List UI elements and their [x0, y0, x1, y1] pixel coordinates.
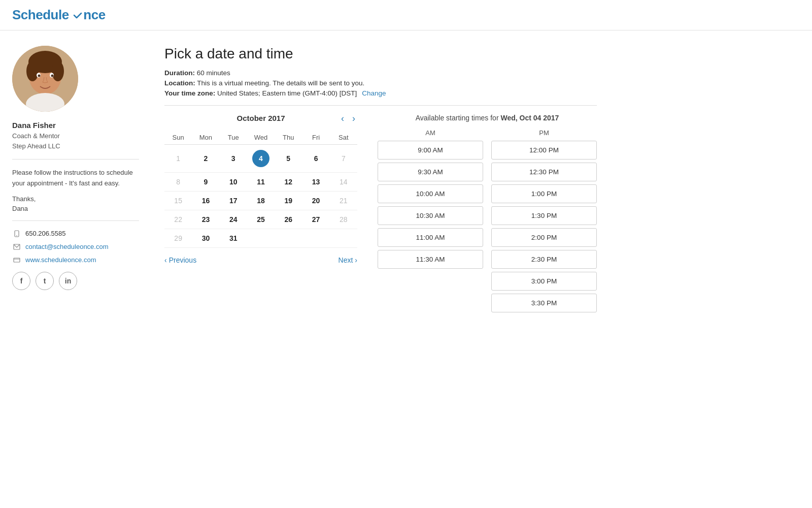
calendar-day[interactable]: 3: [220, 145, 247, 173]
calendar-day: 14: [330, 173, 357, 192]
calendar-day[interactable]: 13: [302, 173, 329, 192]
am-time-slot[interactable]: 11:00 AM: [378, 228, 483, 247]
website-contact: www.scheduleonce.com: [12, 256, 139, 265]
duration-row: Duration: 60 minutes: [164, 69, 597, 77]
calendar-day[interactable]: 9: [192, 173, 219, 192]
twitter-button[interactable]: t: [36, 272, 54, 290]
am-time-slot[interactable]: 10:30 AM: [378, 206, 483, 225]
pm-time-slot[interactable]: 1:30 PM: [491, 206, 597, 225]
calendar-day[interactable]: 30: [192, 229, 219, 248]
calendar-day: 7: [330, 145, 357, 173]
content-divider: [164, 105, 597, 106]
pm-time-slot[interactable]: 3:30 PM: [491, 294, 597, 312]
calendar-navigation: ‹ ›: [339, 114, 357, 123]
pm-slots-list: 12:00 PM12:30 PM1:00 PM1:30 PM2:00 PM2:3…: [491, 141, 597, 312]
sidebar: Dana Fisher Coach & Mentor Step Ahead LL…: [12, 46, 154, 315]
calendar-day[interactable]: 27: [302, 210, 329, 229]
svg-point-9: [38, 75, 41, 77]
facebook-button[interactable]: f: [12, 272, 30, 290]
user-name: Dana Fisher: [12, 121, 139, 130]
calendar-day[interactable]: 18: [247, 192, 275, 210]
pm-time-slot[interactable]: 2:00 PM: [491, 228, 597, 247]
calendar-day[interactable]: 17: [220, 192, 247, 210]
social-icons: f t in: [12, 272, 139, 290]
calendar-day-header: Wed: [247, 131, 275, 145]
calendar-day[interactable]: 25: [247, 210, 275, 229]
calendar-day[interactable]: 26: [275, 210, 302, 229]
logo-checkmark-icon: [72, 10, 83, 21]
calendar-day-header: Thu: [275, 131, 302, 145]
svg-rect-14: [14, 258, 20, 262]
calendar-day[interactable]: 24: [220, 210, 247, 229]
pm-time-slot[interactable]: 3:00 PM: [491, 272, 597, 291]
avatar: [12, 46, 78, 112]
calendar-day[interactable]: 5: [275, 145, 302, 173]
phone-contact: 650.206.5585: [12, 229, 139, 238]
chevron-right-icon: ›: [355, 256, 357, 264]
email-icon: [12, 242, 21, 251]
calendar-day[interactable]: 20: [302, 192, 329, 210]
phone-number: 650.206.5585: [25, 230, 66, 237]
calendar-day[interactable]: 16: [192, 192, 219, 210]
main-content: Pick a date and time Duration: 60 minute…: [154, 46, 597, 315]
calendar-day: [302, 229, 329, 248]
calendar-day: 28: [330, 210, 357, 229]
pm-time-slot[interactable]: 12:00 PM: [491, 141, 597, 160]
next-month-link[interactable]: Next ›: [339, 256, 357, 264]
calendar-day[interactable]: 19: [275, 192, 302, 210]
calendar-day[interactable]: 12: [275, 173, 302, 192]
calendar: October 2017 ‹ › SunMonTueWedThuFriSat 1…: [164, 114, 357, 264]
calendar-header-row: SunMonTueWedThuFriSat: [164, 131, 357, 145]
timeslots-columns: AM 9:00 AM9:30 AM10:00 AM10:30 AM11:00 A…: [378, 129, 597, 315]
timeslots: Available starting times for Wed, Oct 04…: [378, 114, 597, 315]
pm-time-slot[interactable]: 2:30 PM: [491, 250, 597, 269]
calendar-day-header: Fri: [302, 131, 329, 145]
pm-column: PM 12:00 PM12:30 PM1:00 PM1:30 PM2:00 PM…: [491, 129, 597, 315]
calendar-week-row: 1234567: [164, 145, 357, 173]
calendar-day[interactable]: 4: [247, 145, 275, 173]
calendar-day[interactable]: 2: [192, 145, 219, 173]
pm-time-slot[interactable]: 1:00 PM: [491, 184, 597, 203]
calendar-day[interactable]: 11: [247, 173, 275, 192]
calendar-day[interactable]: 31: [220, 229, 247, 248]
am-header: AM: [378, 129, 483, 137]
next-month-button[interactable]: ›: [350, 114, 357, 123]
am-slots-list: 9:00 AM9:30 AM10:00 AM10:30 AM11:00 AM11…: [378, 141, 483, 269]
calendar-body: 1234567891011121314151617181920212223242…: [164, 145, 357, 248]
calendar-day[interactable]: 23: [192, 210, 219, 229]
sidebar-divider-2: [12, 220, 139, 221]
timeslots-header: Available starting times for Wed, Oct 04…: [378, 114, 597, 122]
chevron-left-icon: ‹: [164, 256, 167, 264]
linkedin-button[interactable]: in: [59, 272, 77, 290]
prev-month-button[interactable]: ‹: [339, 114, 346, 123]
calendar-month: October 2017: [236, 114, 285, 122]
email-link[interactable]: contact@scheduleonce.com: [25, 243, 109, 250]
change-timezone-link[interactable]: Change: [362, 89, 386, 97]
pm-time-slot[interactable]: 12:30 PM: [491, 163, 597, 181]
svg-point-3: [26, 61, 39, 81]
am-time-slot[interactable]: 9:00 AM: [378, 141, 483, 160]
website-link[interactable]: www.scheduleonce.com: [25, 256, 96, 264]
am-column: AM 9:00 AM9:30 AM10:00 AM10:30 AM11:00 A…: [378, 129, 483, 315]
sidebar-thanks: Thanks,: [12, 195, 139, 203]
calendar-day[interactable]: 10: [220, 173, 247, 192]
page-title: Pick a date and time: [164, 46, 597, 62]
sidebar-signoff: Dana: [12, 205, 139, 212]
phone-icon: [12, 229, 21, 238]
sidebar-message: Please follow the instructions to schedu…: [12, 168, 139, 189]
am-time-slot[interactable]: 11:30 AM: [378, 250, 483, 269]
email-contact: contact@scheduleonce.com: [12, 242, 139, 251]
calendar-timeslots-layout: October 2017 ‹ › SunMonTueWedThuFriSat 1…: [164, 114, 597, 315]
main-layout: Dana Fisher Coach & Mentor Step Ahead LL…: [0, 30, 609, 331]
calendar-day: 21: [330, 192, 357, 210]
calendar-day-header: Sun: [164, 131, 192, 145]
am-time-slot[interactable]: 9:30 AM: [378, 163, 483, 181]
am-time-slot[interactable]: 10:00 AM: [378, 184, 483, 203]
pm-header: PM: [491, 129, 597, 137]
calendar-day[interactable]: 6: [302, 145, 329, 173]
previous-month-link[interactable]: ‹ Previous: [164, 256, 196, 264]
sidebar-divider-1: [12, 159, 139, 160]
calendar-week-row: 891011121314: [164, 173, 357, 192]
avatar-image: [12, 46, 78, 112]
calendar-day: [275, 229, 302, 248]
